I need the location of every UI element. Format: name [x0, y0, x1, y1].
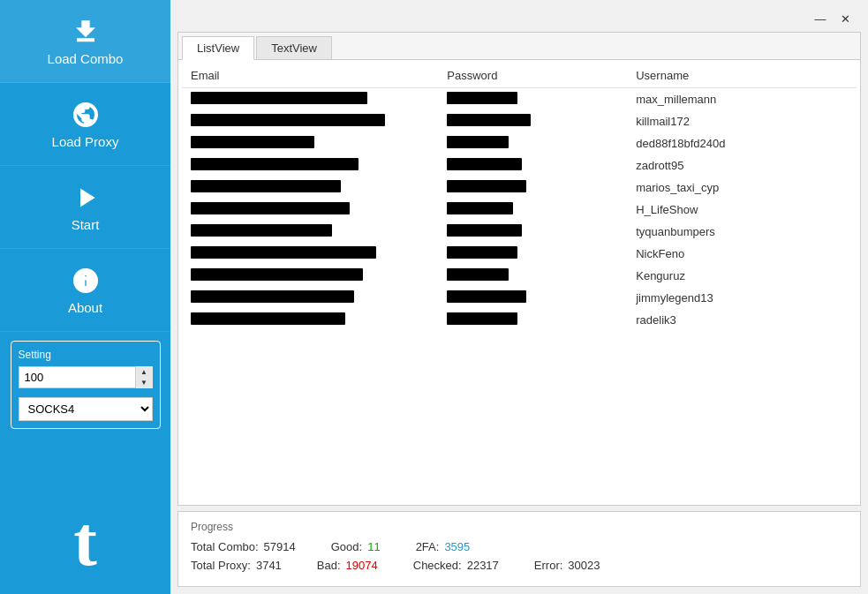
password-cell	[438, 110, 627, 132]
extra-cell	[816, 110, 857, 132]
thread-input-wrap: ▲ ▼	[19, 366, 153, 388]
table-row: tyquanbumpers	[182, 221, 857, 243]
total-combo-label: Total Combo:	[191, 540, 259, 553]
email-cell	[182, 287, 438, 309]
username-cell: NickFeno	[627, 243, 816, 265]
sidebar-item-about[interactable]: About	[0, 249, 170, 332]
password-cell	[438, 265, 627, 287]
username-cell: H_LifeShow	[627, 199, 816, 221]
bad-value: 19074	[346, 559, 378, 572]
error-label: Error:	[534, 559, 563, 572]
data-table: Email Password Username max_millemannkil…	[178, 60, 860, 505]
username-cell: Kenguruz	[627, 265, 816, 287]
close-button[interactable]: ✕	[833, 9, 857, 28]
username-cell: ded88f18bfd240d	[627, 132, 816, 154]
extra-cell	[816, 154, 857, 177]
table-row: killmail172	[182, 110, 857, 132]
extra-cell	[816, 199, 857, 221]
twofa-item: 2FA: 3595	[416, 540, 471, 553]
checked-label: Checked:	[413, 559, 462, 572]
main-content: — ✕ ListView TextView Email Password Use…	[170, 0, 868, 594]
password-cell	[438, 132, 627, 154]
extra-cell	[816, 243, 857, 265]
email-cell	[182, 199, 438, 221]
sidebar-item-load-proxy[interactable]: Load Proxy	[0, 83, 170, 166]
extra-cell	[816, 287, 857, 309]
progress-row-2: Total Proxy: 3741 Bad: 19074 Checked: 22…	[191, 559, 848, 572]
progress-section: Progress Total Combo: 57914 Good: 11 2FA…	[177, 511, 861, 587]
title-bar: — ✕	[177, 7, 861, 32]
total-proxy-value: 3741	[256, 559, 282, 572]
tab-listview[interactable]: ListView	[182, 36, 254, 60]
table-row: NickFeno	[182, 243, 857, 265]
table-row: jimmylegend13	[182, 287, 857, 309]
password-cell	[438, 177, 627, 199]
username-cell: killmail172	[627, 110, 816, 132]
total-proxy-label: Total Proxy:	[191, 559, 251, 572]
logo-area: t	[73, 506, 97, 576]
table-row: radelik3	[182, 309, 857, 331]
extra-cell	[816, 309, 857, 331]
email-cell	[182, 88, 438, 111]
col-password: Password	[438, 64, 627, 88]
sidebar-item-load-combo[interactable]: Load Combo	[0, 0, 170, 83]
username-cell: tyquanbumpers	[627, 221, 816, 243]
protocol-select[interactable]: HTTP SOCKS4 SOCKS5	[19, 397, 153, 421]
password-cell	[438, 199, 627, 221]
progress-title: Progress	[191, 521, 848, 533]
table-row: ded88f18bfd240d	[182, 132, 857, 154]
spin-buttons: ▲ ▼	[135, 366, 153, 388]
table-row: Kenguruz	[182, 265, 857, 287]
tab-bar: ListView TextView	[178, 33, 860, 60]
upload-icon	[70, 16, 102, 48]
thread-input[interactable]	[19, 366, 153, 388]
col-email: Email	[182, 64, 438, 88]
twofa-value: 3595	[444, 540, 470, 553]
password-cell	[438, 309, 627, 331]
sidebar: Load Combo Load Proxy Start About Settin…	[0, 0, 170, 594]
email-cell	[182, 132, 438, 154]
load-proxy-label: Load Proxy	[52, 134, 119, 149]
sidebar-item-start[interactable]: Start	[0, 166, 170, 249]
setting-box: Setting ▲ ▼ HTTP SOCKS4 SOCKS5	[11, 341, 161, 429]
twofa-label: 2FA:	[416, 540, 440, 553]
spin-down-button[interactable]: ▼	[136, 378, 153, 389]
spin-up-button[interactable]: ▲	[136, 366, 153, 378]
tumblr-logo: t	[73, 506, 97, 576]
password-cell	[438, 287, 627, 309]
good-item: Good: 11	[331, 540, 381, 553]
password-cell	[438, 154, 627, 177]
col-username: Username	[627, 64, 816, 88]
total-combo-item: Total Combo: 57914	[191, 540, 296, 553]
extra-cell	[816, 88, 857, 111]
username-cell: zadrott95	[627, 154, 816, 177]
info-icon	[70, 265, 102, 297]
play-icon	[70, 182, 102, 214]
extra-cell	[816, 132, 857, 154]
good-label: Good:	[331, 540, 362, 553]
password-cell	[438, 221, 627, 243]
globe-icon	[70, 99, 102, 131]
checked-item: Checked: 22317	[413, 559, 499, 572]
total-proxy-item: Total Proxy: 3741	[191, 559, 282, 572]
table-row: H_LifeShow	[182, 199, 857, 221]
username-cell: max_millemann	[627, 88, 816, 111]
username-cell: radelik3	[627, 309, 816, 331]
email-cell	[182, 177, 438, 199]
extra-cell	[816, 265, 857, 287]
progress-row-1: Total Combo: 57914 Good: 11 2FA: 3595	[191, 540, 848, 553]
table-row: max_millemann	[182, 88, 857, 111]
good-value: 11	[367, 540, 380, 553]
table-row: marios_taxi_cyp	[182, 177, 857, 199]
load-combo-label: Load Combo	[48, 51, 124, 66]
minimize-button[interactable]: —	[808, 9, 833, 28]
email-cell	[182, 265, 438, 287]
username-cell: jimmylegend13	[627, 287, 816, 309]
total-combo-value: 57914	[264, 540, 296, 553]
email-cell	[182, 243, 438, 265]
tab-textview[interactable]: TextView	[256, 36, 332, 59]
table-row: zadrott95	[182, 154, 857, 177]
email-cell	[182, 221, 438, 243]
error-item: Error: 30023	[534, 559, 600, 572]
about-label: About	[68, 300, 102, 315]
